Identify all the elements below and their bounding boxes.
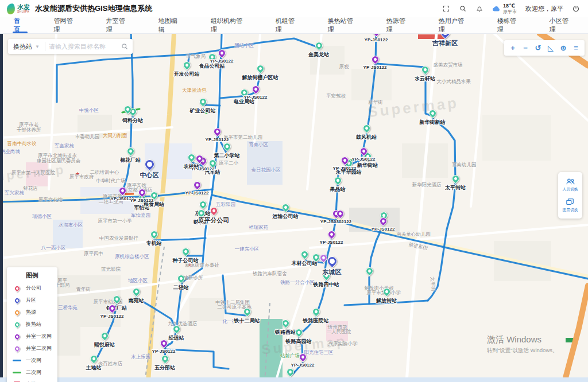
pipe-primary[interactable] xyxy=(433,119,455,181)
map-label: 鲜花店 xyxy=(23,185,38,192)
marker-label: YP-JS0302122 xyxy=(320,219,351,224)
marker-label: YP-JS0122 xyxy=(100,314,124,319)
weather-city: 原平市 xyxy=(503,9,517,14)
marker-label: 太平街站 xyxy=(445,184,466,192)
marker-label: 东城区 xyxy=(323,268,342,276)
staff-switch-label: 人员切换 xyxy=(563,187,578,192)
bell-icon[interactable] xyxy=(475,5,483,13)
map-label: 三桥华苑 xyxy=(58,305,78,311)
legend-item-井室二次网: 井室二次网 xyxy=(13,345,52,352)
tab-机组管理[interactable]: 机组管理 xyxy=(262,17,314,33)
map-label: 中国农业发展银行 xyxy=(99,235,138,242)
map-label: 育英幼儿园 xyxy=(452,162,477,169)
legend-label: 热源 xyxy=(26,309,36,316)
tab-热用户管理[interactable]: 热用户管理 xyxy=(425,17,483,33)
tab-井室管理[interactable]: 井室管理 xyxy=(92,17,145,33)
activation-line2: 转到“设置”以激活 Windows。 xyxy=(487,347,558,354)
map-label: 青年街 xyxy=(76,286,91,293)
map-label: 军怡嘉园 xyxy=(131,212,150,219)
marker-label: 木材公司站 xyxy=(292,260,318,267)
activation-line1: 激活 Windows xyxy=(487,334,558,345)
legend-label: 一次网 xyxy=(26,357,41,364)
pipe-primary[interactable] xyxy=(367,64,376,131)
map-label: 中悦小区 xyxy=(79,107,99,114)
search-icon[interactable] xyxy=(459,5,467,13)
marker-label: YP-JS0122 xyxy=(210,59,234,64)
chevron-down-icon: ▼ xyxy=(35,44,40,49)
staff-switch-button[interactable]: 人员切换 xyxy=(558,175,582,195)
map-label: 九久优选酒店 xyxy=(168,321,198,328)
search-category-select[interactable]: 换热站 ▼ xyxy=(8,42,45,51)
map-label: 干部休养所 xyxy=(17,127,41,134)
locate-button[interactable]: ⊕ xyxy=(557,40,570,56)
tab-楼栋管理[interactable]: 楼栋管理 xyxy=(483,17,536,33)
map-canvas[interactable]: ★★ 团结小区市气象局中悦小区原平市老干部休养所市委幼儿园大同刀削面军鑫家苑晋南… xyxy=(0,33,588,382)
map-label: 原平文化馆 xyxy=(38,197,63,204)
weather-widget: 18℃ 原平市 xyxy=(492,3,517,14)
map-label: 铁路汽车队宿舍 xyxy=(253,271,287,278)
marker-label: YP-JS0122 xyxy=(130,198,154,203)
collapsed-sidebar[interactable] xyxy=(0,33,3,382)
legend-label: 分公司 xyxy=(26,284,41,292)
tab-热源管理[interactable]: 热源管理 xyxy=(373,17,425,33)
map-label: 铁路一分会小区 xyxy=(280,279,315,286)
marker-label: 饲料分站 xyxy=(122,117,143,124)
marker-label: 铁十二局站 xyxy=(234,317,260,325)
map-label: 平安驾校 xyxy=(326,93,346,100)
marker-label: YP-JS0122 xyxy=(244,95,268,100)
reset-button[interactable]: ↺ xyxy=(532,40,544,56)
tab-首页[interactable]: 首页 xyxy=(0,17,40,33)
map-label: 地区小区 xyxy=(128,278,148,284)
cloud-icon xyxy=(492,5,501,12)
map-label: 大同刀削面 xyxy=(103,132,127,139)
zoom-out-button[interactable]: − xyxy=(519,40,532,56)
legend-item-井室一次网: 井室一次网 xyxy=(13,333,52,340)
fullscreen-icon[interactable] xyxy=(442,5,450,13)
list-button[interactable]: ≡ xyxy=(570,40,582,56)
map-label: 二职培训中心 xyxy=(90,169,119,176)
marker-label: 果品站 xyxy=(330,186,346,193)
map-label: 祥瑞家苑 xyxy=(249,224,268,231)
tab-管网管理[interactable]: 管网管理 xyxy=(40,17,92,33)
tab-地图编辑[interactable]: 地图编辑 xyxy=(145,17,197,33)
search-input[interactable] xyxy=(45,43,117,50)
marker-label: 新华街新站 xyxy=(420,119,446,126)
map-label: 五彩阳园 xyxy=(216,201,235,208)
marker-label: 原平分公司 xyxy=(198,216,230,225)
marker-label: 二轻站 xyxy=(173,284,189,291)
layer-switch-button[interactable]: 图层切换 xyxy=(558,195,582,216)
井室一次网-legend-icon xyxy=(13,332,21,340)
map-label: 八一西小区 xyxy=(41,245,66,252)
marker-label: YP-JS0122 xyxy=(363,65,387,70)
tab-组织机构管理[interactable]: 组织机构管理 xyxy=(197,17,262,33)
legend-item-换热站: 换热站 xyxy=(13,321,52,328)
热源-legend-icon xyxy=(13,308,21,316)
logout-icon[interactable] xyxy=(572,5,580,13)
map-label: 一建东小区 xyxy=(235,246,260,253)
zoom-in-button[interactable]: + xyxy=(506,40,519,56)
marker-label: 水云轩站 xyxy=(415,75,435,83)
map-label: 军鑫家苑 xyxy=(55,143,74,150)
road xyxy=(564,286,588,382)
pipe-primary[interactable] xyxy=(204,105,220,106)
marker-label: 第二小学站 xyxy=(214,152,240,159)
map-label: 大小武精品水果 xyxy=(436,79,471,85)
measure-button[interactable]: ◺ xyxy=(544,40,557,56)
search-submit-icon[interactable] xyxy=(117,43,133,50)
road xyxy=(310,225,588,248)
tab-小区管理[interactable]: 小区管理 xyxy=(536,17,588,33)
marker-label: YP-JS0122 xyxy=(291,362,315,368)
marker-label: YP-JS0122 xyxy=(191,166,215,171)
map-label: 鸿业尚城 xyxy=(1,149,20,155)
map-label: 水淘友小区 xyxy=(59,222,83,229)
map-label: 中华时代广场 xyxy=(96,178,126,185)
marker-label: 中心区 xyxy=(140,171,159,180)
marker-label: 种子公司站 xyxy=(173,257,199,264)
marker-label: 矿业公司站 xyxy=(190,107,216,115)
marker-label: YP-JS0122 xyxy=(352,157,376,162)
井室二次网-legend-icon xyxy=(13,344,21,352)
marker-label: 专机站 xyxy=(146,240,162,247)
tab-换热站管理[interactable]: 换热站管理 xyxy=(314,17,373,33)
legend-item-片区: 片区 xyxy=(13,297,52,304)
marker-label: YP-JS0122 xyxy=(152,349,176,354)
